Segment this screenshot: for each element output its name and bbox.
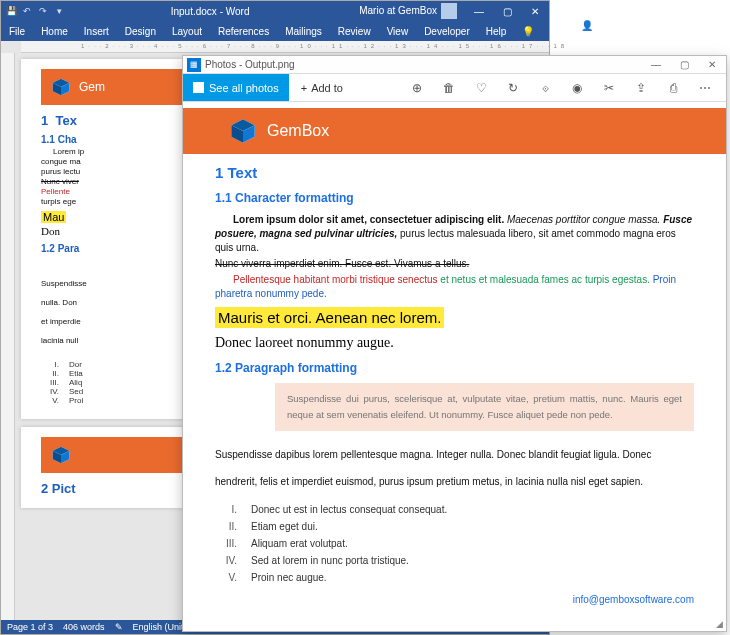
add-to-button[interactable]: + Add to [289, 82, 355, 94]
highlighted-text: Mauris et orci. Aenean nec lorem. [215, 307, 444, 328]
mini-highlight: Mau [41, 211, 66, 223]
photos-tool-row: ⊕ 🗑 ♡ ↻ ⟐ ◉ ✂ ⇪ ⎙ ⋯ [410, 81, 726, 95]
zoom-icon[interactable]: ⊕ [410, 81, 424, 95]
delete-icon[interactable]: 🗑 [442, 81, 456, 95]
word-ribbon: File Home Insert Design Layout Reference… [1, 21, 549, 41]
redo-icon[interactable]: ↷ [37, 5, 49, 17]
photos-maximize-button[interactable]: ▢ [670, 59, 698, 70]
ribbon-tab-references[interactable]: References [210, 26, 277, 37]
para-colored: Pellentesque habitant morbi tristique se… [215, 273, 694, 301]
avatar [441, 3, 457, 19]
ribbon-tab-design[interactable]: Design [117, 26, 164, 37]
brand-cube-icon [51, 77, 71, 97]
brand-cube-icon [51, 445, 71, 465]
brand-cube-icon [229, 117, 257, 145]
status-page[interactable]: Page 1 of 3 [7, 622, 53, 632]
edit-icon[interactable]: ✂ [602, 81, 616, 95]
favorite-icon[interactable]: ♡ [474, 81, 488, 95]
print-icon[interactable]: ⎙ [666, 81, 680, 95]
ribbon-tab-file[interactable]: File [1, 26, 33, 37]
photos-titlebar: ▦ Photos - Output.png — ▢ ✕ [183, 56, 726, 74]
script-text: Donec laoreet nonummy augue. [215, 335, 694, 351]
photos-app-icon: ▦ [187, 58, 201, 72]
word-titlebar: 💾 ↶ ↷ ▾ Input.docx - Word Mario at GemBo… [1, 1, 549, 21]
photos-minimize-button[interactable]: — [642, 59, 670, 70]
ribbon-tab-help[interactable]: Help [478, 26, 515, 37]
list-item: IV.Sed at lorem in nunc porta tristique. [215, 552, 694, 569]
list-item: V.Proin nec augue. [215, 569, 694, 586]
photos-title: Photos - Output.png [205, 59, 642, 70]
ribbon-tab-home[interactable]: Home [33, 26, 76, 37]
word-minimize-button[interactable]: — [465, 6, 493, 17]
list-item: II.Etiam eget dui. [215, 518, 694, 535]
undo-icon[interactable]: ↶ [21, 5, 33, 17]
save-icon[interactable]: 💾 [5, 5, 17, 17]
ribbon-tab-insert[interactable]: Insert [76, 26, 117, 37]
numbered-list: I.Donec ut est in lectus consequat conse… [215, 501, 694, 586]
word-horizontal-ruler[interactable]: 1···2···3···4···5···6···7···8···9···10··… [21, 41, 549, 53]
heading-charfmt: 1.1 Character formatting [215, 191, 694, 205]
ribbon-tab-mailings[interactable]: Mailings [277, 26, 330, 37]
footer-email[interactable]: info@gemboxsoftware.com [215, 594, 694, 605]
filters-icon[interactable]: ◉ [570, 81, 584, 95]
word-document-title: Input.docx - Word [69, 6, 351, 17]
ribbon-tab-developer[interactable]: Developer [416, 26, 478, 37]
see-all-photos-button[interactable]: See all photos [183, 74, 289, 101]
word-window-controls: — ▢ ✕ [465, 6, 549, 17]
word-maximize-button[interactable]: ▢ [493, 6, 521, 17]
photos-close-button[interactable]: ✕ [698, 59, 726, 70]
word-user-badge[interactable]: Mario at GemBox [351, 3, 465, 19]
more-icon[interactable]: ⋯ [698, 81, 712, 95]
crop-icon[interactable]: ⟐ [538, 81, 552, 95]
word-close-button[interactable]: ✕ [521, 6, 549, 17]
mini-p5: Pellente [41, 187, 70, 196]
brand-text: Gem [79, 80, 105, 94]
ribbon-tab-review[interactable]: Review [330, 26, 379, 37]
status-words[interactable]: 406 words [63, 622, 105, 632]
photos-grid-icon [193, 82, 204, 93]
plus-icon: + [301, 82, 307, 94]
ribbon-tab-view[interactable]: View [379, 26, 417, 37]
tellme-label[interactable]: Tell me [542, 20, 573, 42]
share-icon[interactable]: ⇪ [634, 81, 648, 95]
output-image: GemBox 1 Text 1.1 Character formatting L… [183, 108, 726, 621]
tellme-lightbulb-icon[interactable]: 💡 [514, 26, 542, 37]
photos-viewer[interactable]: GemBox 1 Text 1.1 Character formatting L… [183, 102, 726, 631]
para-1: Lorem ipsum dolor sit amet, consectetuer… [215, 213, 694, 255]
qat-more-icon[interactable]: ▾ [53, 5, 65, 17]
heading-1-text: 1 Text [215, 164, 694, 181]
heading-parafmt: 1.2 Paragraph formatting [215, 361, 694, 375]
ribbon-tab-layout[interactable]: Layout [164, 26, 210, 37]
justified-box: Suspendisse dui purus, scelerisque at, v… [275, 383, 694, 431]
photos-window: ▦ Photos - Output.png — ▢ ✕ See all phot… [182, 55, 727, 632]
photos-window-controls: — ▢ ✕ [642, 59, 726, 70]
word-vertical-ruler[interactable] [1, 53, 15, 620]
brand-strip-large: GemBox [183, 108, 726, 154]
resize-handle-icon[interactable]: ◢ [716, 619, 723, 629]
spaced-paragraph: Suspendisse dapibus lorem pellentesque m… [215, 441, 694, 495]
brand-text: GemBox [267, 122, 329, 140]
share-button[interactable]: 👤 Share [573, 20, 636, 42]
photos-toolbar: See all photos + Add to ⊕ 🗑 ♡ ↻ ⟐ ◉ ✂ ⇪ … [183, 74, 726, 102]
list-item: III.Aliquam erat volutpat. [215, 535, 694, 552]
list-item: I.Donec ut est in lectus consequat conse… [215, 501, 694, 518]
word-quick-access: 💾 ↶ ↷ ▾ [1, 5, 69, 17]
para-strike: Nunc viverra imperdiet enim. Fusce est. … [215, 257, 694, 271]
status-spellcheck-icon[interactable]: ✎ [115, 622, 123, 632]
rotate-icon[interactable]: ↻ [506, 81, 520, 95]
